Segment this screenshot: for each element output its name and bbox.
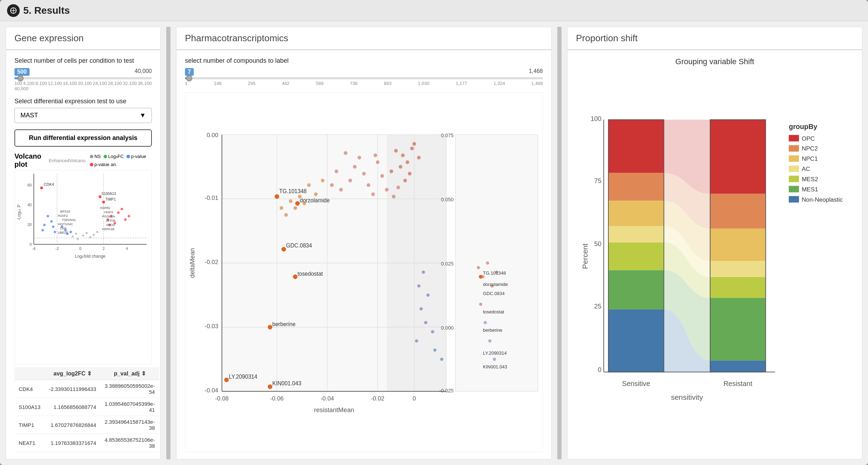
svg-point-36	[70, 231, 72, 233]
svg-text:0.00: 0.00	[207, 132, 218, 139]
svg-point-101	[367, 183, 370, 187]
test-dropdown[interactable]: MAST ▼	[14, 108, 152, 123]
svg-text:LY.2090314: LY.2090314	[229, 374, 258, 380]
tick-1324: 1,324	[494, 81, 505, 86]
run-analysis-button[interactable]: Run differential expression analysis	[14, 129, 152, 147]
compounds-slider-thumb[interactable]	[186, 75, 192, 81]
cdk4-pval: 3.38896050595002e-54	[100, 380, 159, 398]
svg-text:HOPX: HOPX	[104, 210, 113, 214]
svg-text:HIST1H4C: HIST1H4C	[58, 222, 73, 226]
pharm-scatter-svg: -0.01 -0.02 -0.03 -0.04 0.00 deltaMean -…	[185, 93, 542, 452]
svg-point-118	[289, 199, 292, 203]
svg-point-124	[420, 307, 423, 310]
legend-ns: NS	[90, 154, 101, 159]
tick-883: 883	[384, 81, 392, 86]
tab-proportion-shift[interactable]: Proportion shift	[568, 27, 862, 50]
cells-slider-track[interactable]	[14, 77, 152, 79]
svg-text:-0.02: -0.02	[205, 259, 218, 265]
svg-point-91	[399, 165, 402, 169]
svg-point-45	[40, 186, 43, 189]
tab-gene-expression[interactable]: Gene expression	[6, 27, 160, 50]
svg-text:-0.06: -0.06	[270, 395, 284, 402]
divider-1[interactable]	[166, 27, 170, 459]
svg-rect-185	[710, 261, 766, 277]
svg-point-100	[348, 179, 352, 182]
svg-text:Non-Neoplastic: Non-Neoplastic	[802, 196, 843, 203]
tick-24100: 24,100	[93, 81, 107, 86]
svg-point-24	[93, 234, 95, 236]
compounds-slider-ticks: 1 148 295 442 589 736 883 1,030 1,177 1,…	[185, 81, 543, 86]
svg-text:TIMP1: TIMP1	[105, 197, 116, 201]
table-row: S100A13 1.1656856088774 1.03954607045399…	[14, 398, 159, 416]
app-icon	[7, 4, 20, 17]
svg-rect-182	[710, 360, 766, 372]
svg-rect-205	[789, 186, 799, 192]
legend-pvaland: p-value an.	[90, 162, 117, 167]
svg-text:BPS18: BPS18	[60, 210, 70, 213]
table-row: CDK4 -2.33930111996433 3.38896050595002e…	[14, 380, 159, 398]
svg-text:TSPAN31: TSPAN31	[62, 218, 76, 222]
svg-point-43	[128, 215, 130, 218]
svg-point-134	[281, 247, 286, 252]
gene-name-neat1: NEAT1	[14, 434, 45, 452]
tick-1030: 1,030	[418, 81, 429, 86]
svg-text:-2: -2	[55, 246, 59, 251]
svg-rect-180	[608, 173, 664, 201]
proportion-shift-svg: Percent 0 25 50 75 100	[576, 70, 854, 452]
compounds-label: select number of compounds to label	[185, 57, 543, 65]
svg-point-126	[431, 330, 434, 333]
pval-label: p-value	[131, 154, 146, 159]
volcano-title: Volcano plot	[14, 152, 44, 169]
cells-slider-values: 500 40,000	[14, 68, 152, 76]
dropdown-arrow-icon: ▼	[140, 112, 146, 119]
svg-point-90	[394, 149, 398, 152]
svg-text:berberine: berberine	[483, 328, 502, 333]
tick-148: 148	[214, 81, 222, 86]
compounds-slider-track[interactable]	[185, 77, 543, 79]
cells-slider-ticks: 100 4,100 8,100 12,100 16,100 20,100 24,…	[14, 81, 152, 91]
timp1-log2fc: 1.67027876826844	[45, 416, 100, 434]
tick-36100: 36,100	[138, 81, 152, 86]
title-bar: 5. Results	[0, 0, 868, 21]
tick-8100: 8,100	[36, 81, 47, 86]
svg-text:S100A13: S100A13	[101, 192, 116, 196]
main-window: 5. Results Gene expression Select number…	[0, 0, 868, 465]
svg-text:40: 40	[27, 203, 32, 207]
svg-point-22	[89, 236, 91, 238]
cells-slider-thumb[interactable]	[17, 75, 24, 81]
svg-rect-177	[608, 242, 664, 270]
svg-point-123	[426, 293, 429, 296]
ns-dot	[90, 155, 93, 158]
compounds-slider-values: 7 1,468	[185, 68, 543, 76]
svg-rect-195	[789, 135, 799, 141]
svg-rect-184	[710, 277, 766, 298]
tick-589: 589	[316, 81, 324, 86]
svg-point-87	[401, 153, 404, 157]
svg-point-106	[339, 188, 343, 191]
volcano-plot-area: 0 20 40 60 -Log₁₀ P -4 -2 0 2 4 Log₂fold	[14, 170, 152, 365]
cells-max-label: 40,000	[135, 68, 152, 76]
svg-text:-0.03: -0.03	[205, 323, 218, 330]
compounds-max-label: 1,468	[529, 68, 543, 76]
svg-point-140	[224, 378, 229, 382]
log2fc-label: Log₂FC	[108, 154, 124, 159]
divider-2[interactable]	[557, 27, 562, 459]
volcano-subtitle: EnhancedVolcano	[49, 158, 86, 163]
svg-text:GDC.0834: GDC.0834	[483, 291, 504, 296]
log2fc-dot	[104, 155, 107, 158]
tick-20100: 20,100	[78, 81, 92, 86]
tick-442: 442	[282, 81, 290, 86]
svg-text:sensitivity: sensitivity	[671, 393, 703, 401]
svg-text:ZFP36: ZFP36	[106, 219, 116, 222]
svg-text:NPC2: NPC2	[802, 145, 818, 152]
test-label: Select differential expression test to u…	[14, 98, 152, 105]
svg-point-47	[99, 195, 101, 198]
svg-text:groupBy: groupBy	[789, 123, 817, 130]
table-row: NEAT1 1.19763383371674 4.85365536752106e…	[14, 434, 159, 452]
svg-text:GDC.0834: GDC.0834	[286, 243, 312, 249]
svg-point-32	[54, 231, 56, 233]
svg-point-117	[293, 206, 297, 210]
svg-text:TG.101348: TG.101348	[483, 270, 506, 276]
svg-point-157	[488, 339, 491, 342]
tab-pharmacotranscriptomics[interactable]: Pharmacotranscriptomics	[176, 27, 551, 50]
